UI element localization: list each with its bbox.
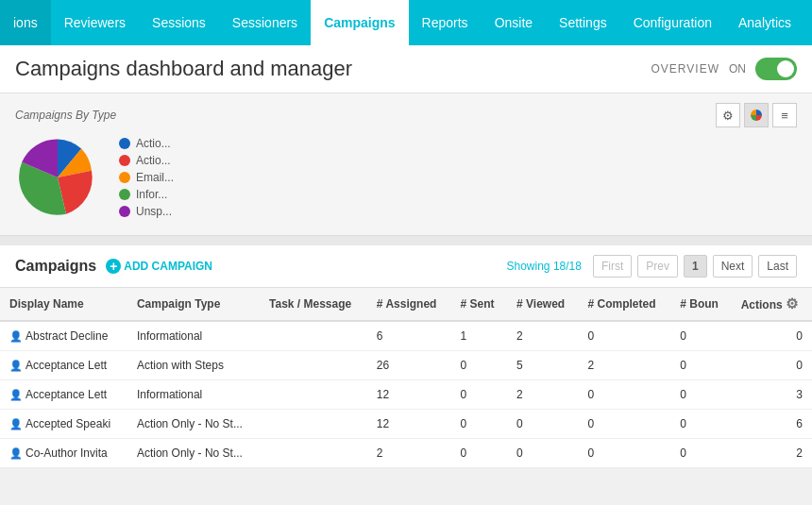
cell-assigned: 2 (367, 439, 451, 468)
add-icon: + (106, 259, 121, 274)
nav-item-settings[interactable]: Settings (546, 0, 620, 45)
cell-sent: 0 (451, 439, 507, 468)
nav-item-campaigns[interactable]: Campaigns (311, 0, 408, 45)
cell-display-name: 👤Acceptance Lett (0, 351, 127, 380)
nav-item-onsite[interactable]: Onsite (482, 0, 546, 45)
legend-item-4: Unsp... (119, 205, 174, 218)
cell-display-name: 👤Acceptance Lett (0, 380, 127, 410)
col-task-message: Task / Message (260, 288, 367, 322)
nav-item-operation[interactable]: Operation (804, 0, 812, 45)
cell-viewed: 2 (507, 380, 579, 410)
cell-sent: 1 (451, 321, 507, 351)
page-header: Campaigns dashboard and manager OVERVIEW… (0, 45, 812, 93)
campaigns-data-table: Display Name Campaign Type Task / Messag… (0, 287, 812, 468)
user-icon: 👤 (9, 447, 23, 459)
table-gear-icon[interactable]: ⚙ (786, 295, 798, 311)
campaigns-table-section: Campaigns + ADD CAMPAIGN Showing 18/18 F… (0, 245, 812, 468)
cell-campaign-type: Informational (127, 321, 260, 351)
nav-item-reports[interactable]: Reports (409, 0, 482, 45)
cell-campaign-type: Action Only - No St... (127, 439, 260, 468)
cell-task-message (260, 410, 367, 439)
table-row: 👤Abstract Decline Informational 6 1 2 0 … (0, 321, 812, 351)
cell-display-name: 👤Co-Author Invita (0, 439, 127, 468)
legend-item-2: Email... (119, 171, 174, 184)
overview-section: OVERVIEW ON (651, 58, 797, 80)
showing-text: Showing (507, 260, 550, 273)
cell-campaign-type: Action with Steps (127, 351, 260, 380)
current-page-button[interactable]: 1 (684, 255, 707, 278)
cell-bounced: 0 (670, 351, 731, 380)
table-title-area: Campaigns + ADD CAMPAIGN (15, 258, 212, 275)
cell-completed: 0 (579, 410, 671, 439)
legend-dot-2 (119, 172, 130, 183)
legend-label-4: Unsp... (136, 205, 172, 218)
legend-label-3: Infor... (136, 188, 167, 201)
col-bounced: # Boun (670, 288, 731, 322)
table-title: Campaigns (15, 258, 96, 275)
chart-section-header: Campaigns By Type ⚙ ≡ (15, 103, 797, 127)
cell-bounced: 0 (670, 380, 731, 410)
pagination-info: Showing 18/18 (507, 260, 582, 273)
cell-actions: 0 (732, 351, 812, 380)
last-page-button[interactable]: Last (758, 255, 797, 278)
pie-legend: Actio... Actio... Email... Infor... Unsp… (119, 137, 174, 218)
user-icon: 👤 (9, 389, 23, 400)
add-campaign-button[interactable]: + ADD CAMPAIGN (106, 259, 212, 274)
cell-completed: 0 (579, 380, 671, 410)
col-actions: Actions ⚙ (732, 288, 812, 322)
col-assigned: # Assigned (367, 288, 451, 322)
nav-item-sessioners[interactable]: Sessioners (219, 0, 311, 45)
nav-item-analytics[interactable]: Analytics (725, 0, 804, 45)
nav-item-configuration[interactable]: Configuration (620, 0, 725, 45)
chart-settings-btn[interactable]: ⚙ (716, 103, 740, 127)
cell-viewed: 2 (507, 321, 579, 351)
col-completed: # Completed (579, 288, 671, 322)
user-icon: 👤 (9, 360, 23, 371)
table-row: 👤Accepted Speaki Action Only - No St... … (0, 410, 812, 439)
first-page-button[interactable]: First (593, 255, 632, 278)
prev-page-button[interactable]: Prev (637, 255, 678, 278)
col-viewed: # Viewed (507, 288, 579, 322)
cell-bounced: 0 (670, 321, 731, 351)
chart-content: Actio... Actio... Email... Infor... Unsp… (15, 135, 797, 220)
legend-dot-1 (119, 155, 130, 166)
showing-count: 18/18 (553, 260, 582, 273)
section-divider (0, 236, 812, 245)
cell-campaign-type: Informational (127, 380, 260, 410)
cell-sent: 0 (451, 380, 507, 410)
overview-label: OVERVIEW (651, 62, 719, 76)
cell-actions: 0 (732, 321, 812, 351)
legend-dot-0 (119, 138, 130, 149)
cell-bounced: 0 (670, 410, 731, 439)
cell-completed: 0 (579, 439, 671, 468)
cell-assigned: 26 (367, 351, 451, 380)
cell-assigned: 12 (367, 410, 451, 439)
chart-section-title: Campaigns By Type (15, 109, 116, 122)
cell-assigned: 6 (367, 321, 451, 351)
cell-display-name: 👤Abstract Decline (0, 321, 127, 351)
chart-list-btn[interactable]: ≡ (772, 103, 797, 127)
cell-bounced: 0 (670, 439, 731, 468)
cell-assigned: 12 (367, 380, 451, 410)
nav-item-reviewers[interactable]: Reviewers (51, 0, 139, 45)
col-sent: # Sent (451, 288, 507, 322)
cell-sent: 0 (451, 351, 507, 380)
overview-toggle[interactable] (755, 58, 797, 80)
nav-item-sessions[interactable]: Sessions (139, 0, 219, 45)
cell-completed: 2 (579, 351, 671, 380)
legend-item-1: Actio... (119, 154, 174, 167)
legend-item-0: Actio... (119, 137, 174, 150)
chart-toolbar: ⚙ ≡ (716, 103, 797, 127)
next-page-button[interactable]: Next (713, 255, 753, 278)
chart-section: Campaigns By Type ⚙ ≡ (0, 93, 812, 236)
top-navigation: ions Reviewers Sessions Sessioners Campa… (0, 0, 812, 45)
cell-actions: 2 (732, 439, 812, 468)
chart-pie-btn[interactable] (744, 103, 769, 127)
table-header: Campaigns + ADD CAMPAIGN Showing 18/18 F… (0, 245, 812, 287)
cell-actions: 3 (732, 380, 812, 410)
cell-viewed: 5 (507, 351, 579, 380)
nav-item-ions[interactable]: ions (0, 0, 51, 45)
legend-dot-4 (119, 206, 130, 217)
legend-label-1: Actio... (136, 154, 171, 167)
table-row: 👤Acceptance Lett Informational 12 0 2 0 … (0, 380, 812, 410)
